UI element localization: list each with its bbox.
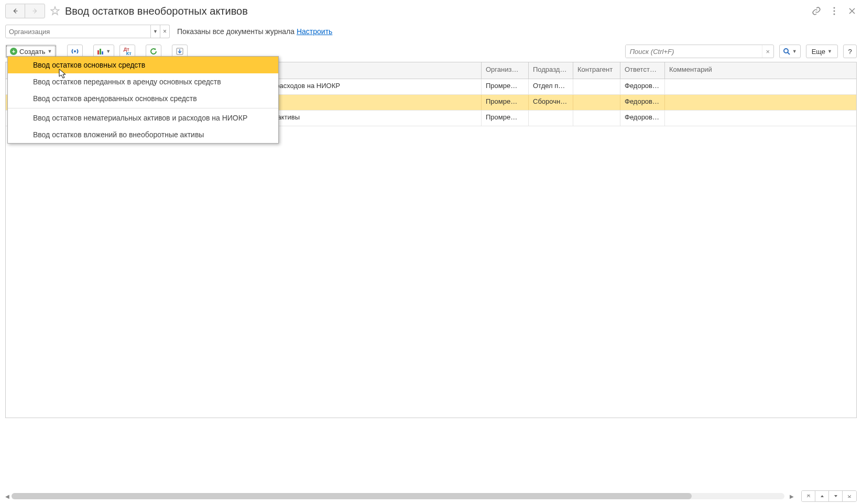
page-title: Ввод остатков внеоборотных активов <box>65 5 248 17</box>
search-button[interactable]: ▼ <box>779 45 801 58</box>
org-dropdown-button[interactable]: ▼ <box>151 25 160 38</box>
svg-point-2 <box>834 14 835 15</box>
svg-rect-6 <box>102 51 103 54</box>
close-icon[interactable] <box>847 6 857 16</box>
create-label: Создать <box>19 48 45 56</box>
header: Ввод остатков внеоборотных активов <box>0 0 862 22</box>
chevron-down-icon: ▼ <box>792 49 797 54</box>
svg-point-3 <box>74 50 76 52</box>
chevron-down-icon: ▼ <box>47 49 52 54</box>
search-clear-button[interactable]: × <box>762 45 773 58</box>
scroll-down-button[interactable] <box>829 491 843 501</box>
svg-point-1 <box>834 10 835 12</box>
more-label: Еще <box>812 48 825 56</box>
svg-rect-5 <box>100 49 101 54</box>
scroll-button-group <box>801 490 857 502</box>
plus-icon: + <box>10 48 17 55</box>
menu-item-leased-os[interactable]: Ввод остатков переданных в аренду основн… <box>8 73 278 90</box>
search-group: × <box>625 45 774 58</box>
svg-rect-4 <box>97 50 99 54</box>
scroll-left-arrow[interactable]: ◀ <box>5 494 12 499</box>
help-button[interactable]: ? <box>843 45 857 58</box>
col-responsible[interactable]: Ответст… <box>620 62 665 79</box>
scroll-up-button[interactable] <box>815 491 829 501</box>
chevron-down-icon: ▼ <box>106 49 111 54</box>
svg-point-0 <box>834 7 835 9</box>
org-clear-button[interactable]: × <box>160 25 170 38</box>
bottom-scroll-area: ◀ ▶ <box>5 491 857 501</box>
nav-buttons <box>5 4 45 18</box>
organization-input[interactable] <box>5 25 151 38</box>
chevron-down-icon: ▼ <box>827 49 832 54</box>
menu-item-investments[interactable]: Ввод остатков вложений во внеоборотные а… <box>8 126 278 143</box>
search-input[interactable] <box>626 45 762 58</box>
menu-item-os[interactable]: Ввод остатков основных средств <box>8 57 278 73</box>
scrollbar-thumb[interactable] <box>12 493 692 499</box>
help-label: ? <box>848 48 852 56</box>
svg-point-8 <box>784 49 788 53</box>
col-comment[interactable]: Комментарий <box>665 62 856 79</box>
col-organization[interactable]: Организ… <box>482 62 529 79</box>
menu-item-intangible[interactable]: Ввод остатков нематериальных активов и р… <box>8 109 278 126</box>
more-button[interactable]: Еще ▼ <box>806 45 838 58</box>
kebab-menu-icon[interactable] <box>830 6 839 16</box>
back-button[interactable] <box>6 4 25 18</box>
menu-item-rented-os[interactable]: Ввод остатков арендованных основных сред… <box>8 90 278 107</box>
forward-button[interactable] <box>25 4 45 18</box>
scroll-top-button[interactable] <box>802 491 815 501</box>
org-filter-group: ▼ × <box>5 25 170 38</box>
link-icon[interactable] <box>812 6 821 16</box>
col-contractor[interactable]: Контрагент <box>573 62 620 79</box>
horizontal-scrollbar[interactable] <box>12 493 784 499</box>
filter-bar: ▼ × Показаны все документы журнала Настр… <box>0 22 862 41</box>
favorite-icon[interactable] <box>49 5 61 17</box>
configure-link[interactable]: Настроить <box>297 27 332 36</box>
create-dropdown-menu: Ввод остатков основных средств Ввод оста… <box>7 56 279 144</box>
menu-divider <box>8 108 278 108</box>
scroll-bottom-button[interactable] <box>843 491 856 501</box>
scroll-right-arrow[interactable]: ▶ <box>790 494 796 499</box>
col-department[interactable]: Подразд… <box>529 62 573 79</box>
filter-info-text: Показаны все документы журнала <box>177 27 294 36</box>
